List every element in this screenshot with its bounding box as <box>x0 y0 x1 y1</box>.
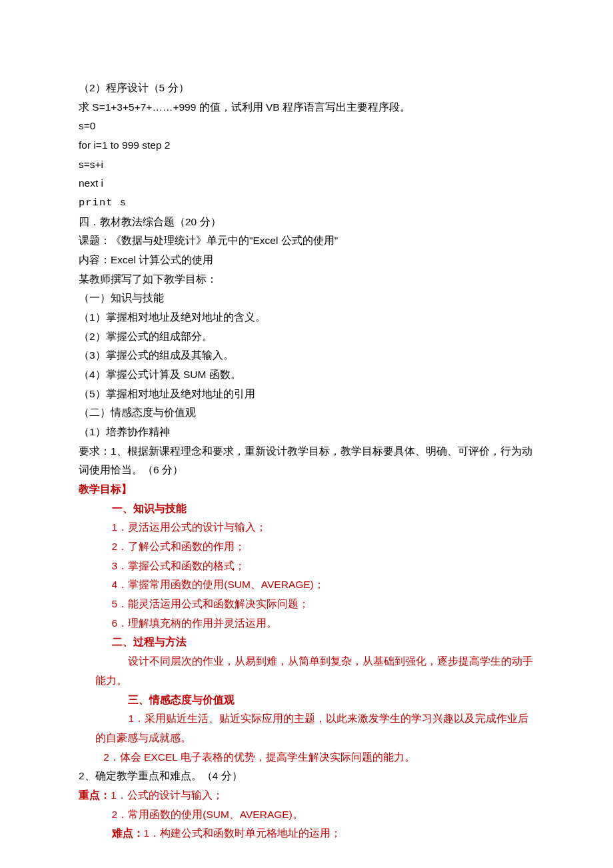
text-line: s=s+i <box>79 155 534 175</box>
text-line: print s <box>79 193 534 213</box>
text-line: （1）培养协作精神 <box>79 423 534 442</box>
text-line: 难点：1．构建公式和函数时单元格地址的运用； <box>79 824 534 843</box>
text-line: 3．掌握公式和函数的格式； <box>79 557 534 576</box>
text-span: 1．公式的设计与输入； <box>111 789 223 801</box>
text-line: 内容：Excel 计算公式的使用 <box>79 251 534 270</box>
text-line: （2）掌握公式的组成部分。 <box>79 327 534 347</box>
text-line: 4．掌握常用函数的使用(SUM、AVERAGE)； <box>79 575 534 595</box>
text-line: （二）情感态度与价值观 <box>79 403 534 423</box>
text-line: 2、确定教学重点和难点。（4 分） <box>79 767 534 786</box>
text-line: 要求：1、根据新课程理念和要求，重新设计教学目标，教学目标要具体、明确、可评价，… <box>79 442 534 480</box>
label-difficulty: 难点： <box>112 827 144 839</box>
heading-emotion-value: 三、情感态度与价值观 <box>79 691 534 710</box>
text-line: for i=1 to 999 step 2 <box>79 136 534 155</box>
text-line: 5．能灵活运用公式和函数解决实际问题； <box>79 595 534 614</box>
heading-teaching-goal: 教学目标】 <box>79 480 534 499</box>
text-line: （2）程序设计（5 分） <box>79 79 534 98</box>
text-line: 2．常用函数的使用(SUM、AVERAGE)。 <box>79 805 534 825</box>
text-line: （一）知识与技能 <box>79 289 534 308</box>
text-line: （4）掌握公式计算及 SUM 函数。 <box>79 365 534 385</box>
heading-knowledge-skill: 一、知识与技能 <box>79 499 534 519</box>
text-line: 2．体会 EXCEL 电子表格的优势，提高学生解决实际问题的能力。 <box>79 748 534 767</box>
text-line: 课题：《数据与处理统计》单元中的"Excel 公式的使用" <box>79 231 534 251</box>
heading-process-method: 二、过程与方法 <box>79 633 534 652</box>
text-line: 求 S=1+3+5+7+……+999 的值，试利用 VB 程序语言写出主要程序段… <box>79 98 534 117</box>
text-line: 1．灵活运用公式的设计与输入； <box>79 518 534 537</box>
text-line: （1）掌握相对地址及绝对地址的含义。 <box>79 308 534 327</box>
text-line: 重点：1．公式的设计与输入； <box>79 786 534 805</box>
label-key-point: 重点： <box>79 789 111 801</box>
text-line: 6．理解填充柄的作用并灵活运用。 <box>79 614 534 633</box>
text-line: next i <box>79 174 534 193</box>
text-line: 设计不同层次的作业，从易到难，从简单到复杂，从基础到强化，逐步提高学生的动手能力… <box>79 652 534 690</box>
text-line: 某教师撰写了如下教学目标： <box>79 270 534 289</box>
text-line: s=0 <box>79 117 534 136</box>
text-span: 1．构建公式和函数时单元格地址的运用； <box>144 827 342 839</box>
text-line: 2．了解公式和函数的作用； <box>79 537 534 557</box>
text-line: 四．教材教法综合题（20 分） <box>79 213 534 232</box>
text-line: （3）掌握公式的组成及其输入。 <box>79 346 534 365</box>
text-line: （5）掌握相对地址及绝对地址的引用 <box>79 385 534 404</box>
text-line: 1．采用贴近生活、贴近实际应用的主题，以此来激发学生的学习兴趣以及完成作业后的自… <box>79 709 534 747</box>
